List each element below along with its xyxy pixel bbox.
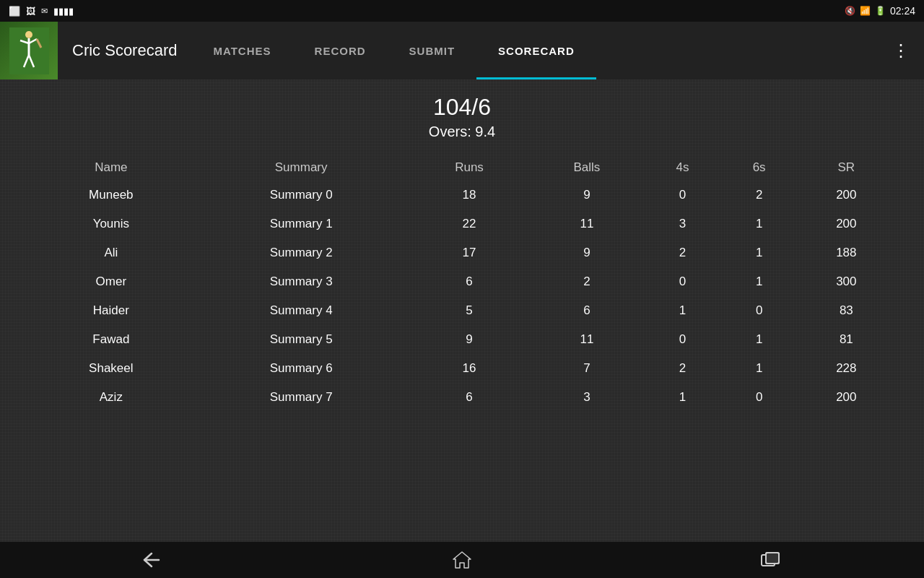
signal-icon: ▮▮▮▮ [53, 6, 74, 17]
player-fours: 2 [644, 238, 720, 267]
score-header: 104/6 Overs: 9.4 [29, 94, 895, 140]
table-row: Muneeb Summary 0 18 9 0 2 200 [29, 181, 895, 210]
player-balls: 9 [529, 238, 644, 267]
table-row: Aziz Summary 7 6 3 1 0 200 [29, 383, 895, 412]
player-summary: Summary 1 [193, 210, 409, 238]
col-header-name: Name [29, 155, 193, 181]
player-summary: Summary 7 [193, 383, 409, 412]
table-row: Omer Summary 3 6 2 0 1 300 [29, 267, 895, 296]
home-icon [452, 551, 472, 569]
player-runs: 22 [409, 210, 530, 238]
recents-button[interactable] [749, 545, 792, 574]
player-name: Fawad [29, 325, 193, 354]
player-runs: 17 [409, 238, 530, 267]
player-name: Shakeel [29, 354, 193, 383]
wifi-icon: 📶 [860, 6, 871, 16]
table-row: Haider Summary 4 5 6 1 0 83 [29, 296, 895, 325]
app-bar: Cric Scorecard MATCHES RECORD SUBMIT SCO… [0, 22, 924, 79]
back-button[interactable] [132, 545, 175, 574]
player-sixes: 0 [721, 383, 798, 412]
app-logo-svg [9, 27, 49, 74]
app-title: Cric Scorecard [58, 41, 191, 60]
total-score: 104/6 [29, 94, 895, 121]
main-content: 104/6 Overs: 9.4 Name Summary Runs Balls… [0, 79, 924, 542]
tab-scorecard[interactable]: SCORECARD [476, 22, 596, 79]
player-fours: 1 [644, 296, 720, 325]
player-name: Omer [29, 267, 193, 296]
player-fours: 0 [644, 267, 720, 296]
tab-submit[interactable]: SUBMIT [388, 22, 477, 79]
player-summary: Summary 3 [193, 267, 409, 296]
player-sixes: 1 [721, 238, 798, 267]
player-summary: Summary 6 [193, 354, 409, 383]
battery-icon: 🔋 [875, 6, 886, 16]
tab-matches[interactable]: MATCHES [191, 22, 292, 79]
player-sr: 228 [798, 354, 895, 383]
player-sixes: 1 [721, 267, 798, 296]
player-summary: Summary 5 [193, 325, 409, 354]
svg-point-1 [25, 31, 32, 38]
image-icon: 🖼 [26, 6, 35, 17]
player-sr: 200 [798, 383, 895, 412]
player-sr: 300 [798, 267, 895, 296]
status-bar-left: ⬜ 🖼 ✉ ▮▮▮▮ [9, 6, 74, 17]
player-sixes: 2 [721, 181, 798, 210]
status-bar: ⬜ 🖼 ✉ ▮▮▮▮ 🔇 📶 🔋 02:24 [0, 0, 924, 22]
overs: Overs: 9.4 [29, 124, 895, 140]
player-sixes: 1 [721, 325, 798, 354]
col-header-runs: Runs [409, 155, 530, 181]
col-header-4s: 4s [644, 155, 720, 181]
photo-icon: ⬜ [9, 6, 20, 17]
col-header-sr: SR [798, 155, 895, 181]
player-sixes: 0 [721, 296, 798, 325]
player-name: Muneeb [29, 181, 193, 210]
player-fours: 1 [644, 383, 720, 412]
player-sr: 83 [798, 296, 895, 325]
tab-record[interactable]: RECORD [293, 22, 388, 79]
table-header-row: Name Summary Runs Balls 4s 6s SR [29, 155, 895, 181]
clock: 02:24 [890, 5, 915, 17]
player-sixes: 1 [721, 354, 798, 383]
player-runs: 6 [409, 383, 530, 412]
player-balls: 7 [529, 354, 644, 383]
player-runs: 16 [409, 354, 530, 383]
nav-tabs: MATCHES RECORD SUBMIT SCORECARD [191, 22, 878, 79]
player-fours: 0 [644, 325, 720, 354]
home-button[interactable] [440, 545, 484, 574]
player-sr: 188 [798, 238, 895, 267]
player-runs: 18 [409, 181, 530, 210]
player-sr: 81 [798, 325, 895, 354]
player-summary: Summary 4 [193, 296, 409, 325]
player-name: Younis [29, 210, 193, 238]
back-icon [143, 552, 165, 568]
col-header-balls: Balls [529, 155, 644, 181]
status-bar-right: 🔇 📶 🔋 02:24 [845, 5, 915, 17]
player-runs: 5 [409, 296, 530, 325]
table-row: Fawad Summary 5 9 11 0 1 81 [29, 325, 895, 354]
email-icon: ✉ [41, 7, 48, 16]
player-fours: 2 [644, 354, 720, 383]
col-header-summary: Summary [193, 155, 409, 181]
col-header-6s: 6s [721, 155, 798, 181]
player-name: Aziz [29, 383, 193, 412]
table-row: Younis Summary 1 22 11 3 1 200 [29, 210, 895, 238]
more-options-icon[interactable]: ⋮ [878, 40, 924, 61]
app-logo [0, 22, 58, 79]
player-balls: 3 [529, 383, 644, 412]
player-summary: Summary 2 [193, 238, 409, 267]
player-balls: 9 [529, 181, 644, 210]
player-sr: 200 [798, 181, 895, 210]
player-balls: 11 [529, 210, 644, 238]
player-runs: 6 [409, 267, 530, 296]
scorecard-table: Name Summary Runs Balls 4s 6s SR Muneeb … [29, 155, 895, 412]
player-fours: 0 [644, 181, 720, 210]
mute-icon: 🔇 [845, 6, 855, 16]
bottom-bar [0, 542, 924, 578]
player-sr: 200 [798, 210, 895, 238]
player-name: Haider [29, 296, 193, 325]
player-fours: 3 [644, 210, 720, 238]
player-balls: 2 [529, 267, 644, 296]
player-name: Ali [29, 238, 193, 267]
recents-icon [760, 552, 780, 568]
player-summary: Summary 0 [193, 181, 409, 210]
